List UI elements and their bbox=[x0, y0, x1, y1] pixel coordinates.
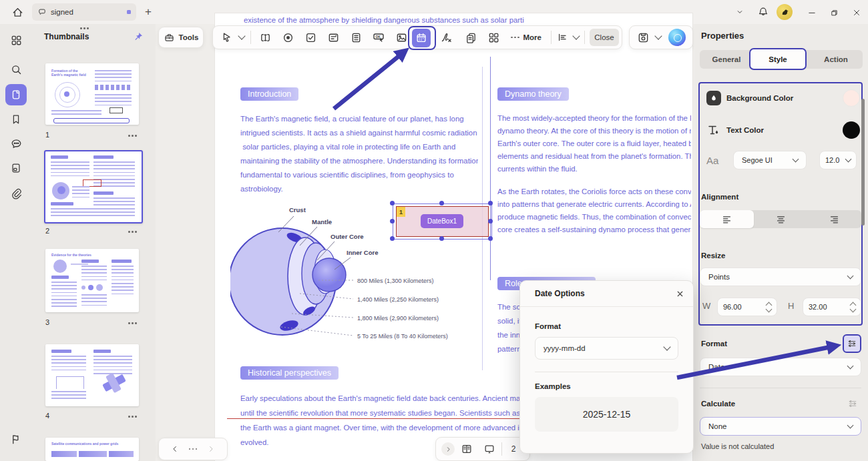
expand-button[interactable] bbox=[441, 442, 455, 456]
font-size-dropdown[interactable]: 12.0 bbox=[819, 151, 857, 169]
props-format-dropdown[interactable]: Date bbox=[700, 358, 861, 376]
handle-top-left[interactable] bbox=[390, 201, 395, 205]
width-input[interactable]: 96.00 bbox=[717, 298, 777, 316]
calculate-dropdown[interactable]: None bbox=[700, 417, 861, 436]
document-tab[interactable]: signed bbox=[32, 3, 136, 21]
push-button-tool[interactable]: OK bbox=[369, 28, 388, 47]
home-icon bbox=[11, 6, 24, 19]
field-grid-tool[interactable] bbox=[484, 28, 503, 47]
select-tool-chevron-icon[interactable] bbox=[237, 33, 246, 42]
chevron-right-icon[interactable] bbox=[206, 444, 216, 454]
align-right-button[interactable] bbox=[807, 210, 861, 228]
save-chevron-icon[interactable] bbox=[654, 33, 663, 42]
align-left-button-selected[interactable] bbox=[700, 210, 754, 228]
thumbnail-page-5[interactable]: Satellite communications and power grids bbox=[45, 438, 139, 461]
select-tool-button[interactable] bbox=[217, 28, 236, 47]
align-center-button[interactable] bbox=[754, 210, 807, 228]
thumbnail-page-3[interactable]: Evidence for the theories bbox=[45, 249, 139, 312]
image-field-tool[interactable] bbox=[392, 28, 411, 47]
sidebar-item-search[interactable] bbox=[5, 59, 27, 80]
format-options-button[interactable] bbox=[843, 334, 861, 353]
thumbnail-page-2-selected[interactable] bbox=[44, 150, 143, 223]
current-page-number[interactable]: 2 bbox=[507, 442, 520, 456]
height-input[interactable]: 32.00 bbox=[803, 298, 861, 316]
chevron-left-icon[interactable] bbox=[170, 444, 180, 454]
handle-mid-right[interactable] bbox=[488, 219, 493, 223]
chevron-down-icon bbox=[663, 343, 670, 350]
reading-view-button[interactable] bbox=[457, 440, 476, 458]
app-grid-button[interactable] bbox=[5, 29, 27, 51]
thumb4-menu-button[interactable] bbox=[128, 416, 137, 418]
checkbox-tool[interactable] bbox=[301, 28, 320, 47]
restore-button[interactable] bbox=[825, 4, 843, 21]
duplicate-field-tool[interactable] bbox=[461, 28, 480, 47]
calculate-options-button[interactable] bbox=[844, 395, 861, 412]
avatar-bird-icon bbox=[779, 6, 791, 18]
radio-button-tool[interactable] bbox=[278, 28, 297, 47]
thumb3-menu-button[interactable] bbox=[128, 322, 137, 324]
thumbnail-page-1[interactable]: Formation of the Earth's magnetic field bbox=[45, 63, 139, 125]
date-format-dropdown[interactable]: yyyy-mm-dd bbox=[535, 337, 678, 360]
align-fields-icon bbox=[557, 31, 569, 43]
bottombar-divider bbox=[501, 442, 502, 456]
sidebar-item-thumbnails[interactable] bbox=[5, 84, 27, 105]
minimize-button[interactable] bbox=[803, 4, 821, 21]
thumb1-number: 1 bbox=[45, 131, 49, 139]
more-tools-button[interactable]: More bbox=[507, 28, 546, 47]
handle-top-right[interactable] bbox=[488, 201, 493, 205]
handle-mid-left[interactable] bbox=[390, 219, 395, 223]
tools-button[interactable]: Tools bbox=[158, 27, 204, 48]
pager-more-icon[interactable] bbox=[189, 448, 198, 450]
resize-unit-dropdown[interactable]: Points bbox=[700, 268, 861, 286]
font-family-dropdown[interactable]: Segoe UI bbox=[733, 151, 807, 169]
list-box-tool[interactable] bbox=[347, 28, 365, 47]
height-stepper[interactable] bbox=[851, 303, 855, 312]
background-color-swatch[interactable] bbox=[843, 89, 860, 107]
sidebar-item-fields[interactable] bbox=[5, 157, 27, 179]
date-field-tool-active[interactable] bbox=[412, 29, 431, 47]
tab-style-active[interactable]: Style bbox=[749, 48, 807, 70]
text-field-tool[interactable] bbox=[256, 28, 274, 47]
text-color-swatch[interactable] bbox=[843, 121, 860, 139]
sidebar-item-bookmarks[interactable] bbox=[5, 109, 27, 130]
ai-assistant-button[interactable] bbox=[668, 29, 686, 46]
dialog-divider bbox=[535, 372, 678, 372]
arrange-chevron-icon[interactable] bbox=[572, 33, 581, 42]
close-window-button[interactable] bbox=[848, 4, 865, 21]
avatar[interactable] bbox=[777, 4, 793, 20]
presentation-button[interactable] bbox=[480, 440, 499, 458]
panel-drag-handle[interactable] bbox=[80, 27, 89, 29]
handle-top-center[interactable] bbox=[439, 201, 444, 205]
sidebar-item-comments[interactable] bbox=[5, 133, 27, 154]
close-form-mode-button[interactable]: Close bbox=[590, 29, 619, 46]
pin-panel-button[interactable] bbox=[131, 29, 146, 44]
handle-bottom-center[interactable] bbox=[439, 236, 444, 241]
panel-scrollbar[interactable] bbox=[861, 99, 865, 225]
new-tab-button[interactable]: + bbox=[140, 4, 156, 20]
handle-bottom-left[interactable] bbox=[390, 236, 395, 241]
tab-action[interactable]: Action bbox=[809, 50, 863, 69]
datebox-selection[interactable]: 1 DateBox1 bbox=[393, 203, 492, 240]
handle-bottom-right[interactable] bbox=[488, 236, 493, 241]
dialog-close-button[interactable] bbox=[672, 286, 687, 301]
background-color-label: Background Color bbox=[726, 94, 793, 102]
datebox-field[interactable]: 1 DateBox1 bbox=[396, 206, 489, 237]
thumbnail-page-4[interactable] bbox=[45, 344, 139, 406]
home-button[interactable] bbox=[8, 3, 27, 21]
notifications-button[interactable] bbox=[754, 3, 772, 21]
arrange-tool-button[interactable] bbox=[555, 28, 571, 47]
tab-close-icon[interactable] bbox=[127, 10, 131, 14]
tab-general[interactable]: General bbox=[700, 50, 753, 69]
thumb2-menu-button[interactable] bbox=[128, 231, 137, 233]
checkbox-icon bbox=[304, 31, 317, 44]
thumb1-menu-button[interactable] bbox=[128, 135, 137, 137]
titlebar-chevron-down-icon[interactable] bbox=[732, 4, 748, 20]
sidebar-item-attachments[interactable] bbox=[5, 183, 27, 204]
signature-field-tool[interactable] bbox=[437, 28, 456, 47]
save-button[interactable] bbox=[634, 28, 652, 47]
combo-box-tool[interactable] bbox=[324, 28, 343, 47]
sidebar-item-read-mode[interactable] bbox=[5, 428, 27, 450]
role-paragraph-clipped: The so solid, it the inn pattern bbox=[497, 300, 519, 360]
width-stepper[interactable] bbox=[767, 303, 771, 312]
calculate-label: Calculate bbox=[701, 400, 735, 408]
